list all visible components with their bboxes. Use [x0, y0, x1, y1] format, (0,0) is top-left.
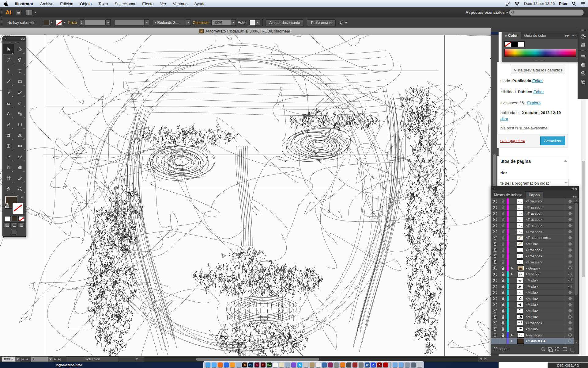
- shape-builder-tool[interactable]: [3, 130, 14, 140]
- draw-normal-button[interactable]: [4, 222, 11, 228]
- layer-row-6[interactable]: <Trazado>: [491, 229, 574, 235]
- dock-skype-icon[interactable]: S: [297, 362, 302, 367]
- gradient-mode-button[interactable]: [12, 216, 17, 221]
- dock-acrobat-icon[interactable]: [383, 362, 388, 367]
- lock-icon[interactable]: [502, 243, 504, 246]
- fill-color-swatch[interactable]: [43, 20, 49, 25]
- dock-folder-docs-icon[interactable]: [393, 362, 398, 367]
- stroke-color-indicator[interactable]: [13, 203, 23, 214]
- layer-thumbnail[interactable]: [517, 211, 523, 216]
- layer-row-21[interactable]: <Trazado>: [491, 320, 574, 326]
- scroll-up-icon[interactable]: ▲: [574, 198, 579, 203]
- tab-artboards[interactable]: Mesas de trabajo: [491, 192, 525, 198]
- style-swatch[interactable]: [249, 20, 255, 25]
- none-color-swatch[interactable]: [504, 41, 511, 47]
- expand-triangle-icon[interactable]: [511, 334, 513, 336]
- arrange-documents-icon[interactable]: [26, 10, 32, 15]
- free-transform-tool[interactable]: [14, 119, 25, 130]
- opacity-dropdown[interactable]: [231, 19, 236, 26]
- vpn-key-icon[interactable]: [506, 2, 510, 6]
- wifi-icon[interactable]: [514, 2, 520, 6]
- dock-star-app-icon[interactable]: [291, 362, 296, 367]
- stroke-width-dropdown[interactable]: [106, 19, 111, 26]
- target-circle-icon[interactable]: [568, 285, 572, 288]
- visibility-eye-icon[interactable]: [493, 230, 497, 233]
- browser-scroll-thumb[interactable]: [582, 161, 585, 277]
- dock-media-app-icon[interactable]: [328, 362, 333, 367]
- wp-explore-revisions-link[interactable]: Explora: [527, 101, 541, 105]
- layer-thumbnail[interactable]: [517, 332, 524, 338]
- color-mode-button[interactable]: [5, 216, 11, 221]
- layer-thumbnail[interactable]: [517, 259, 523, 265]
- visibility-eye-icon[interactable]: [493, 266, 497, 270]
- zoom-dropdown[interactable]: [15, 356, 20, 362]
- locate-object-icon[interactable]: [541, 347, 545, 351]
- magic-wand-tool[interactable]: [3, 55, 14, 65]
- black-swatch[interactable]: [511, 41, 518, 47]
- panel-menu-icon[interactable]: ▼≡: [572, 34, 576, 37]
- photo-window-title[interactable]: DSC_0039.JPG: [548, 362, 588, 368]
- canvas-hscroll-thumb[interactable]: [196, 358, 319, 361]
- target-circle-icon[interactable]: [568, 273, 572, 276]
- visibility-eye-icon[interactable]: [493, 254, 497, 258]
- collapse-icon[interactable]: ◀◀: [20, 37, 24, 40]
- status-display[interactable]: Selección: [66, 356, 119, 362]
- lock-icon[interactable]: [502, 316, 504, 319]
- new-sublayer-icon[interactable]: [555, 347, 559, 351]
- target-circle-icon[interactable]: [568, 321, 572, 324]
- menu-item-edición[interactable]: Edición: [57, 0, 77, 7]
- visibility-eye-icon[interactable]: [493, 218, 497, 221]
- dock-flash-icon[interactable]: Fl: [261, 362, 266, 367]
- visibility-eye-icon[interactable]: [493, 321, 497, 324]
- dock-finder-icon[interactable]: [205, 362, 210, 367]
- app-search-input[interactable]: [509, 10, 584, 16]
- lock-icon[interactable]: [502, 280, 504, 282]
- dock-firefox-icon[interactable]: [218, 362, 223, 367]
- layer-row-3[interactable]: <Trazado>: [491, 211, 574, 217]
- target-circle-icon[interactable]: [568, 260, 572, 264]
- menu-item-objeto[interactable]: Objeto: [77, 0, 95, 7]
- close-icon[interactable]: ✕: [493, 187, 495, 190]
- dock-wine-app-icon[interactable]: [352, 362, 357, 367]
- layer-thumbnail[interactable]: [517, 278, 523, 283]
- screen-mode-button[interactable]: [3, 228, 26, 236]
- dock-camera-app-icon[interactable]: [346, 362, 351, 367]
- layer-thumbnail[interactable]: [517, 229, 523, 234]
- hand-tool[interactable]: [3, 183, 14, 194]
- target-circle-icon[interactable]: [568, 333, 572, 337]
- scroll-right-icon[interactable]: ▶: [484, 357, 487, 360]
- lock-icon[interactable]: [502, 219, 504, 221]
- color-guide-panel-icon[interactable]: [580, 42, 586, 47]
- layer-row-17[interactable]: <Malla>: [491, 296, 574, 302]
- layer-thumbnail[interactable]: [517, 296, 523, 301]
- layer-thumbnail[interactable]: [517, 217, 523, 222]
- menu-item-illustrator[interactable]: Illustrator: [12, 0, 37, 7]
- lock-icon[interactable]: [502, 298, 504, 300]
- brush-definition-dropdown[interactable]: [144, 19, 149, 26]
- prev-artboard-icon[interactable]: ◀: [26, 358, 28, 361]
- layer-row-15[interactable]: <Malla>: [491, 284, 574, 290]
- bridge-button[interactable]: Br: [16, 10, 22, 15]
- shaper-tool[interactable]: [3, 98, 14, 108]
- wp-update-button[interactable]: Actualizar: [540, 136, 565, 145]
- paintbrush-tool[interactable]: [3, 87, 14, 98]
- lock-icon[interactable]: [502, 310, 504, 312]
- layer-thumbnail[interactable]: [517, 241, 523, 247]
- collapse-arrow-icon[interactable]: [564, 160, 567, 162]
- collapse-icon[interactable]: ◀◀: [572, 187, 577, 190]
- menu-item-seleccionar[interactable]: Seleccionar: [111, 0, 139, 7]
- width-tool[interactable]: [3, 119, 14, 130]
- layer-thumbnail[interactable]: [517, 320, 523, 325]
- pen-tool[interactable]: [3, 65, 14, 76]
- dock-earth-app-icon[interactable]: [322, 362, 327, 367]
- layer-thumbnail[interactable]: [517, 247, 523, 253]
- column-graph-tool[interactable]: [14, 162, 25, 173]
- dock-minimized-window-2-icon[interactable]: [411, 362, 416, 367]
- color-panel-icon[interactable]: [580, 33, 586, 39]
- pencil-tool[interactable]: [14, 87, 25, 98]
- target-circle-icon[interactable]: [568, 200, 572, 203]
- lock-icon[interactable]: [502, 201, 504, 203]
- dock-paintbrush-app-icon[interactable]: [303, 362, 308, 367]
- lock-icon[interactable]: [502, 207, 504, 209]
- gradient-panel-icon[interactable]: [580, 62, 586, 68]
